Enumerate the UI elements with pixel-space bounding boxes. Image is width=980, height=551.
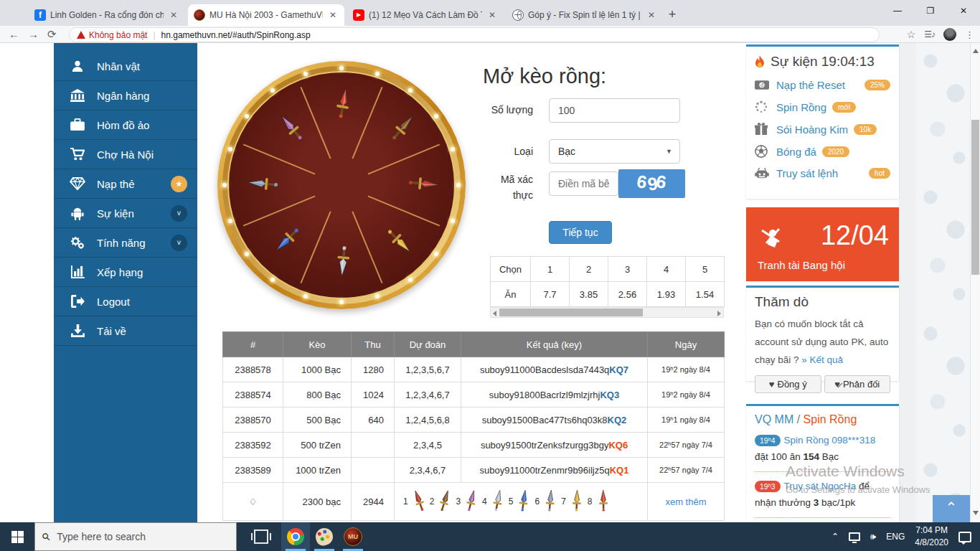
bookmark-star-icon[interactable]: ☆	[907, 29, 916, 40]
browser-tab[interactable]: fLinh Golden - Ra cổng đón chút ả✕	[29, 4, 185, 26]
maximize-button[interactable]: ❐	[914, 0, 947, 22]
scroll-to-top-button[interactable]: ⌃	[933, 495, 970, 522]
scroll-right-arrow[interactable]	[717, 311, 721, 316]
agree-button[interactable]: ♥Đồng ý	[755, 375, 821, 393]
profile-avatar[interactable]	[943, 28, 956, 41]
minimize-button[interactable]: —	[881, 0, 914, 22]
feed-link[interactable]: Spin Rồng 098***318	[784, 435, 876, 446]
event-link[interactable]: Bóng đá	[776, 146, 816, 158]
item-number: 8	[588, 496, 593, 507]
taskbar-chrome-icon[interactable]	[281, 522, 310, 551]
item-number: 4	[482, 496, 487, 507]
continue-button[interactable]: Tiếp tục	[549, 221, 612, 244]
browser-tab[interactable]: Góp ý - Fix Spin tỉ lệ lên 1 tý | Pag✕	[507, 4, 663, 26]
kq-link[interactable]: KQ7	[609, 364, 628, 375]
event-link[interactable]: Nạp thẻ Reset	[776, 79, 845, 91]
kq-link[interactable]: KQ2	[608, 415, 627, 425]
feed-link[interactable]: Truy sát NgocHa	[784, 481, 857, 491]
taskbar-paint-icon[interactable]	[310, 522, 339, 551]
volume-icon[interactable]: 🕪	[870, 531, 876, 542]
tab-close-icon[interactable]: ✕	[486, 10, 498, 20]
scrollbar-up-arrow[interactable]	[973, 49, 979, 53]
start-button[interactable]	[0, 522, 34, 551]
event-link[interactable]: Sói Hoàng Kim	[776, 123, 848, 136]
table-row: 2383592500 trZen2,3,4,5suboy91500trZenks…	[223, 433, 725, 458]
odds-cell: 4	[647, 257, 686, 282]
back-button[interactable]: ←	[9, 28, 19, 40]
tab-close-icon[interactable]: ✕	[646, 10, 657, 20]
browser-tab[interactable]: ▶(1) 12 Mẹo Và Cách Làm Đồ Thủ C✕	[347, 4, 504, 26]
close-button[interactable]: ✕	[947, 0, 980, 22]
sidebar-badge[interactable]: ˅	[171, 235, 187, 251]
page-scrollbar[interactable]	[970, 43, 980, 522]
sidebar-item-ngân-hàng[interactable]: Ngân hàng	[54, 81, 197, 110]
reload-button[interactable]: ⟳	[47, 28, 57, 41]
quantity-input[interactable]	[549, 98, 680, 123]
weapon-item-icon[interactable]	[516, 490, 532, 514]
tray-expand-icon[interactable]: ⌃	[831, 532, 839, 542]
sidebar-item-nạp-thẻ[interactable]: Nạp thẻ★	[54, 169, 197, 199]
spin-wheel[interactable]	[217, 61, 466, 309]
browser-toolbar: ← → ⟳ Không bảo mật | hn.gamethuvn.net/#…	[0, 26, 980, 43]
diamond-icon	[70, 176, 85, 191]
action-center-icon[interactable]	[958, 532, 971, 542]
sidebar-item-nhân-vật[interactable]: Nhân vật	[54, 52, 197, 81]
weapon-item-icon[interactable]	[490, 490, 506, 514]
tab-close-icon[interactable]: ✕	[327, 10, 339, 20]
taskbar-mu-icon[interactable]: MU	[339, 522, 367, 551]
sidebar-item-xếp-hạng[interactable]: Xếp hạng	[54, 258, 197, 287]
wheel-light-dot	[228, 147, 232, 151]
wheel-light-dot	[434, 252, 438, 256]
wheel-weapon-icon	[392, 113, 414, 146]
taskbar-clock[interactable]: 7:04 PM 4/8/2020	[915, 524, 948, 549]
heart-icon: ♥	[769, 379, 775, 390]
forward-button[interactable]: →	[28, 28, 39, 40]
sidebar-item-tính-năng[interactable]: Tính năng˅	[54, 228, 197, 258]
scroll-left-arrow[interactable]	[493, 311, 496, 316]
task-view-button[interactable]	[247, 522, 275, 551]
new-tab-button[interactable]: +	[663, 6, 682, 24]
sidebar-item-tải-về[interactable]: Tải về	[54, 316, 197, 346]
browser-menu-icon[interactable]: ⋮	[965, 29, 974, 40]
poll-result-link[interactable]: » Kết quả	[801, 354, 843, 365]
event-link[interactable]: Spin Rồng	[776, 101, 826, 113]
odds-horizontal-scrollbar[interactable]	[490, 307, 724, 318]
feed-title-spinrong[interactable]: Spin Rồng	[804, 413, 857, 425]
tournament-banner[interactable]: 12/04 Tranh tài Bang hội	[746, 207, 899, 281]
weapon-item-icon[interactable]	[595, 490, 611, 514]
odds-cell: 5	[686, 257, 725, 282]
kq-link[interactable]: KQ6	[608, 440, 628, 451]
event-link[interactable]: Truy sát lệnh	[776, 167, 838, 179]
feed-title-vqmm[interactable]: VQ MM	[755, 413, 793, 425]
sidebar-item-chợ-hà-nội[interactable]: Chợ Hà Nội	[54, 140, 197, 169]
type-select[interactable]: Bạc ▼	[549, 139, 680, 164]
browser-tab[interactable]: MU Hà Nội 2003 - GamethuVN.ne✕	[188, 4, 344, 26]
kq-link[interactable]: KQ3	[600, 390, 619, 400]
activity-feed-card: VQ MM / Spin Rồng 19ʰ4Spin Rồng 098***31…	[746, 404, 899, 522]
see-more-link[interactable]: xem thêm	[665, 496, 706, 507]
weapon-item-icon[interactable]	[463, 490, 479, 514]
language-indicator[interactable]: ENG	[886, 532, 905, 542]
url-text[interactable]: hn.gamethuvn.net/#auth/SpinRong.asp	[161, 30, 311, 40]
sidebar-item-sự-kiện[interactable]: Sự kiện˅	[54, 199, 197, 228]
taskbar-search[interactable]: ⚲ Type here to search	[34, 522, 237, 551]
kq-link[interactable]: KQ1	[610, 465, 629, 476]
scroll-thumb[interactable]	[499, 309, 643, 316]
weapon-item-icon[interactable]	[411, 490, 427, 514]
sidebar-badge[interactable]: ˅	[171, 205, 187, 222]
scrollbar-thumb[interactable]	[971, 120, 979, 275]
extension-icon[interactable]: ☰♪	[924, 29, 935, 39]
network-icon[interactable]	[849, 532, 860, 541]
weapon-item-icon[interactable]	[437, 490, 453, 514]
disagree-button[interactable]: ♥̷Phản đối	[824, 375, 891, 393]
address-bar[interactable]: Không bảo mật | hn.gamethuvn.net/#auth/S…	[69, 27, 880, 42]
tab-close-icon[interactable]: ✕	[168, 10, 179, 20]
captcha-input[interactable]	[549, 171, 618, 196]
sidebar-item-logout[interactable]: Logout	[54, 287, 197, 316]
scrollbar-down-arrow[interactable]	[973, 511, 979, 515]
security-warning-text[interactable]: Không bảo mật	[89, 30, 147, 40]
weapon-item-icon[interactable]	[542, 490, 558, 514]
captcha-image[interactable]: 696	[618, 169, 685, 198]
weapon-item-icon[interactable]	[569, 490, 585, 514]
sidebar-item-hòm-đồ-ảo[interactable]: Hòm đồ ảo	[54, 110, 197, 140]
